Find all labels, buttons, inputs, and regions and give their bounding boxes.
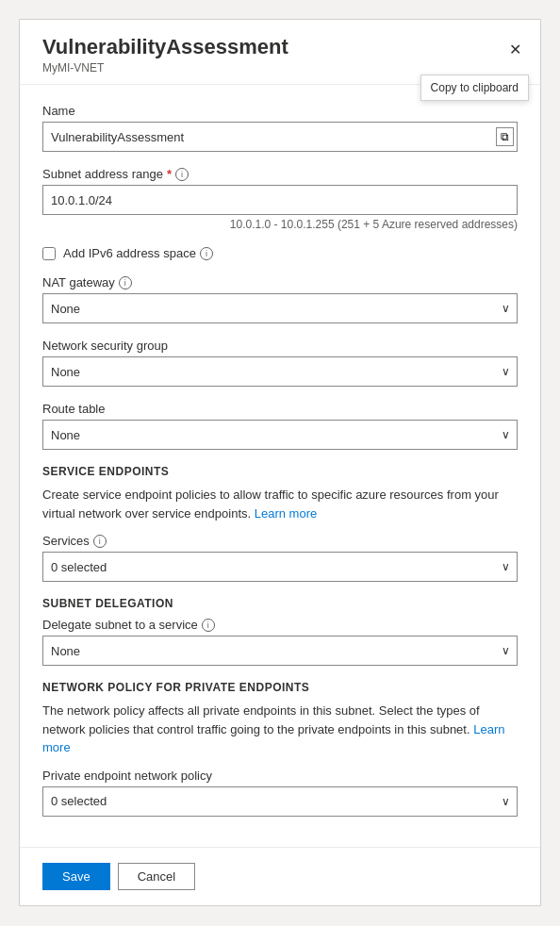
ipv6-info-icon[interactable]: i [200,247,213,260]
save-button[interactable]: Save [42,863,110,890]
delegate-field-group: Delegate subnet to a service i None ∨ [42,618,518,666]
private-endpoint-dropdown[interactable]: 0 selected [42,786,518,817]
delegate-dropdown-wrapper: None ∨ [42,636,518,666]
subnet-input[interactable] [42,185,518,215]
required-indicator: * [167,167,172,181]
network-policy-desc: The network policy affects all private e… [42,702,518,757]
private-endpoint-field-group: Private endpoint network policy 0 select… [42,769,518,817]
services-label: Services i [42,534,518,548]
clipboard-tooltip: Copy to clipboard [420,74,529,101]
delegate-info-icon[interactable]: i [202,619,215,632]
panel-footer: Save Cancel [20,847,540,905]
service-endpoints-desc: Create service endpoint policies to allo… [42,486,518,522]
header-text: VulnerabilityAssessment MyMI-VNET [42,35,288,74]
route-dropdown-wrapper: None ∨ [42,420,518,450]
route-field-group: Route table None ∨ [42,402,518,450]
services-dropdown-wrapper: 0 selected ∨ [42,552,518,582]
service-endpoints-heading: SERVICE ENDPOINTS [42,465,518,478]
name-input-wrapper: ⧉ [42,122,518,152]
ipv6-checkbox[interactable] [42,247,56,260]
copy-icon: ⧉ [501,130,509,143]
nat-dropdown-wrapper: None ∨ [42,293,518,323]
services-dropdown[interactable]: 0 selected [42,552,518,582]
ipv6-checkbox-row: Add IPv6 address space i [42,246,518,260]
name-label: Name [42,104,518,118]
nsg-dropdown-wrapper: None ∨ [42,356,518,387]
subnet-label: Subnet address range * i [42,167,518,181]
close-icon: ✕ [509,41,521,58]
services-field-group: Services i 0 selected ∨ [42,534,518,582]
copy-to-clipboard-button[interactable]: ⧉ [496,127,514,146]
private-endpoint-dropdown-wrapper: 0 selected ∨ [42,786,518,817]
subnet-address-field-group: Subnet address range * i 10.0.1.0 - 10.0… [42,167,518,231]
panel-title: VulnerabilityAssessment [42,35,288,59]
network-policy-heading: NETWORK POLICY FOR PRIVATE ENDPOINTS [42,681,518,694]
nat-label: NAT gateway i [42,275,518,289]
subnet-delegation-heading: SUBNET DELEGATION [42,597,518,610]
subnet-info-icon[interactable]: i [175,168,189,181]
edit-subnet-panel: VulnerabilityAssessment MyMI-VNET ✕ Copy… [19,19,541,906]
close-button[interactable]: ✕ [505,37,525,62]
cancel-button[interactable]: Cancel [118,863,195,890]
ipv6-label: Add IPv6 address space i [63,246,213,260]
nsg-dropdown[interactable]: None [42,356,518,387]
network-policy-section: NETWORK POLICY FOR PRIVATE ENDPOINTS The… [42,681,518,817]
services-info-icon[interactable]: i [93,535,107,548]
nsg-field-group: Network security group None ∨ [42,339,518,387]
route-label: Route table [42,402,518,416]
route-dropdown[interactable]: None [42,420,518,450]
subnet-input-wrapper [42,185,518,215]
subnet-delegation-section: SUBNET DELEGATION Delegate subnet to a s… [42,597,518,666]
service-endpoints-section: SERVICE ENDPOINTS Create service endpoin… [42,465,518,582]
nat-field-group: NAT gateway i None ∨ [42,275,518,323]
nat-info-icon[interactable]: i [119,276,132,289]
nsg-label: Network security group [42,339,518,353]
panel-content: Name ⧉ Subnet address range * i 10.0.1.0… [20,89,540,847]
private-endpoint-label: Private endpoint network policy [42,769,518,783]
name-field-group: Name ⧉ [42,104,518,152]
panel-subtitle: MyMI-VNET [42,61,288,74]
subnet-hint: 10.0.1.0 - 10.0.1.255 (251 + 5 Azure res… [42,218,518,231]
service-endpoints-learn-more[interactable]: Learn more [255,506,317,521]
delegate-dropdown[interactable]: None [42,636,518,666]
nat-dropdown[interactable]: None [42,293,518,323]
name-input[interactable] [42,122,518,152]
delegate-label: Delegate subnet to a service i [42,618,518,632]
